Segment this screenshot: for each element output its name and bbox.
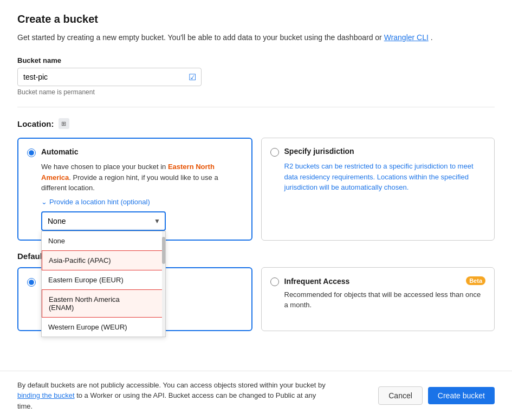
location-header: Location: ⊞ xyxy=(17,118,495,129)
cancel-button[interactable]: Cancel xyxy=(378,386,423,405)
automatic-card-title: Automatic xyxy=(41,147,78,156)
infrequent-card-header: Infrequent Access Beta xyxy=(270,276,486,286)
binding-link[interactable]: binding the bucket xyxy=(17,391,75,399)
dropdown-option-apac[interactable]: Asia-Pacific (APAC) xyxy=(42,250,165,270)
bucket-name-input[interactable] xyxy=(17,68,202,86)
info-grid-icon[interactable]: ⊞ xyxy=(59,118,69,129)
jurisdiction-card-body: R2 buckets can be restricted to a specif… xyxy=(270,161,486,193)
scrollbar-thumb xyxy=(162,237,165,264)
automatic-card-header: Automatic xyxy=(27,147,243,157)
bucket-name-section: Bucket name ☑ Bucket name is permanent xyxy=(17,56,495,96)
bucket-name-input-wrapper: ☑ xyxy=(17,68,202,86)
jurisdiction-radio[interactable] xyxy=(270,148,279,157)
dropdown-option-eeur[interactable]: Eastern Europe (EEUR) xyxy=(42,270,165,289)
location-title: Location: xyxy=(17,119,54,128)
location-hint-toggle[interactable]: ⌄ Provide a location hint (optional) xyxy=(41,198,243,206)
dropdown-option-enam[interactable]: Eastern North America(ENAM) xyxy=(42,289,165,318)
location-section: Location: ⊞ Automatic We have chosen to … xyxy=(17,118,495,241)
create-bucket-button[interactable]: Create bucket xyxy=(428,387,495,404)
dropdown-option-weur[interactable]: Western Europe (WEUR) xyxy=(42,318,165,337)
infrequent-title-row: Infrequent Access xyxy=(270,276,350,286)
page-container: Create a bucket Get started by creating … xyxy=(0,0,512,420)
standard-radio[interactable] xyxy=(27,278,36,287)
location-hint-dropdown[interactable]: None Asia-Pacific (APAC) Eastern Europe … xyxy=(41,211,166,231)
dropdown-option-none[interactable]: None xyxy=(42,231,165,250)
footer-buttons: Cancel Create bucket xyxy=(378,386,495,405)
page-title: Create a bucket xyxy=(17,13,495,25)
wrangler-cli-link[interactable]: Wrangler CLI xyxy=(384,33,429,42)
beta-badge: Beta xyxy=(466,276,485,285)
jurisdiction-card-title: Specify jurisdiction xyxy=(284,147,354,156)
dropdown-scrollbar[interactable] xyxy=(162,231,165,337)
divider-1 xyxy=(17,107,495,107)
location-hint-dropdown-wrapper: None Asia-Pacific (APAC) Eastern Europe … xyxy=(41,211,166,231)
footer-note: By default buckets are not publicly acce… xyxy=(17,380,332,412)
jurisdiction-card-header: Specify jurisdiction xyxy=(270,147,486,157)
infrequent-card-title: Infrequent Access xyxy=(284,277,350,286)
bucket-name-label: Bucket name xyxy=(17,56,495,64)
infrequent-storage-card[interactable]: Infrequent Access Beta Recommended for o… xyxy=(261,267,495,332)
check-icon: ☑ xyxy=(189,72,196,82)
infrequent-radio[interactable] xyxy=(270,277,279,286)
automatic-location-card[interactable]: Automatic We have chosen to place your b… xyxy=(17,138,252,241)
page-description: Get started by creating a new empty buck… xyxy=(17,32,495,43)
dropdown-menu: None Asia-Pacific (APAC) Eastern Europe … xyxy=(41,231,166,337)
jurisdiction-location-card[interactable]: Specify jurisdiction R2 buckets can be r… xyxy=(261,138,495,241)
automatic-card-body: We have chosen to place your bucket in E… xyxy=(27,161,243,193)
automatic-radio[interactable] xyxy=(27,148,36,157)
footer: By default buckets are not publicly acce… xyxy=(0,371,512,421)
chevron-down-icon: ⌄ xyxy=(41,198,47,206)
location-cards: Automatic We have chosen to place your b… xyxy=(17,138,495,241)
infrequent-card-body: Recommended for objects that will be acc… xyxy=(270,289,486,311)
bucket-name-permanent-note: Bucket name is permanent xyxy=(17,88,495,96)
